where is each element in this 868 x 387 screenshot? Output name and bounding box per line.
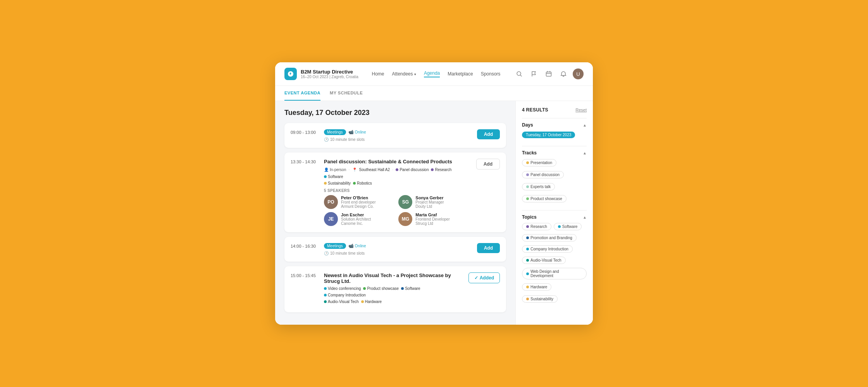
tags-row2: Meetings 📹 Online	[324, 243, 471, 249]
topics-options: Research Software Promotion and Branding	[522, 223, 587, 305]
panel-chip[interactable]: Panel discussion	[522, 171, 564, 178]
nav-marketplace[interactable]: Marketplace	[448, 71, 473, 77]
tracks-header[interactable]: Tracks ▲	[522, 150, 587, 156]
calendar-icon[interactable]	[543, 68, 554, 79]
topic-row6: Hardware Sustainability	[522, 283, 587, 305]
topic-row1: Research Software	[522, 223, 587, 233]
item-body: Meetings 📹 Online 🕐 10 minute time slots	[324, 129, 471, 142]
time-label-av: 15:00 - 15:45	[291, 272, 318, 306]
companyintro-chip-dot	[526, 248, 529, 250]
day-chip-selected[interactable]: Tuesday, 17 October 2023	[522, 132, 575, 138]
productshowcase-dot	[363, 287, 366, 290]
robotics-label: Robotics	[357, 181, 372, 185]
nav-attendees[interactable]: Attendees ▾	[392, 71, 416, 77]
webdesign-chip[interactable]: Web Design and Development	[522, 268, 587, 279]
companyintro-chip[interactable]: Company Introduction	[522, 245, 573, 253]
track-product[interactable]: Product showcase	[522, 195, 587, 205]
avatar[interactable]: U	[573, 68, 584, 79]
speaker-avatar: SG	[398, 195, 412, 209]
clock-icon: 🕐	[324, 137, 329, 142]
promotion-chip[interactable]: Promotion and Branding	[522, 234, 577, 241]
research-dot	[431, 168, 434, 171]
location-icon: 📍	[352, 168, 357, 172]
header-nav: Home Attendees ▾ Agenda Marketplace Spon…	[372, 70, 500, 77]
added-button-av[interactable]: ✓ Added	[468, 272, 500, 283]
topic-software: Software	[324, 175, 343, 179]
days-section: Days ▲ Tuesday, 17 October 2023	[522, 122, 587, 140]
hardware-chip-dot	[526, 286, 529, 288]
speaker-role: Front end developer	[341, 200, 376, 204]
reset-button[interactable]: Reset	[575, 108, 587, 112]
software2-dot	[401, 287, 404, 290]
panel-dot	[526, 173, 529, 176]
speaker-name: Sonya Gerber	[415, 195, 444, 200]
product-chip[interactable]: Product showcase	[522, 195, 567, 202]
hardware-chip[interactable]: Hardware	[522, 283, 551, 291]
topics-header[interactable]: Topics ▲	[522, 214, 587, 220]
topic-companyintro: Company Introduction	[324, 293, 366, 297]
track-experts[interactable]: Experts talk	[522, 183, 587, 193]
av-title: Newest in Audio Visual Tech - a Project …	[324, 272, 462, 284]
chevron-up-icon2: ▲	[583, 151, 587, 155]
avtech-dot	[324, 300, 327, 303]
add-button[interactable]: Add	[477, 129, 500, 139]
brand: B2M Startup Directive 16–20 Oct 2023 | Z…	[284, 68, 358, 80]
main-panel: Tuesday, 17 October 2023 09:00 - 13:00 M…	[275, 101, 515, 325]
topic-research: Research	[431, 168, 451, 172]
inperson-tag: 👤 In-person	[324, 168, 346, 172]
software-chip[interactable]: Software	[554, 223, 582, 230]
tag-meetings: Meetings	[324, 129, 346, 135]
speaker-info: Peter O'Brien Front end developer Armunt…	[341, 195, 376, 209]
robotics-dot	[353, 182, 356, 185]
time-label: 13:30 - 14:30	[291, 159, 318, 226]
flag-icon[interactable]	[529, 68, 539, 79]
speaker-company: Strucg Ltd	[415, 221, 450, 226]
videoconf-label: Video conferencing	[328, 286, 361, 291]
nav-sponsors[interactable]: Sponsors	[481, 71, 501, 77]
nav-home[interactable]: Home	[372, 71, 384, 77]
date-header: Tuesday, 17 October 2023	[284, 109, 506, 117]
sustainability-label: Sustainability	[328, 181, 351, 185]
avtech-chip[interactable]: Audio-Visual Tech	[522, 257, 566, 264]
speaker-info: Sonya Gerber Project Manager Douty Ltd	[415, 195, 444, 209]
topics-section: Topics ▲ Research Software	[522, 214, 587, 305]
speaker-company: Armunt Design Co.	[341, 204, 376, 209]
productshowcase-label: Product showcase	[367, 286, 399, 291]
videoconf-dot	[324, 287, 327, 290]
bell-icon[interactable]	[558, 68, 569, 79]
search-icon[interactable]	[514, 68, 525, 79]
tab-event-agenda[interactable]: EVENT AGENDA	[284, 86, 320, 101]
software-chip-dot	[558, 225, 561, 228]
add-button-panel[interactable]: Add	[476, 159, 500, 170]
schedule-item: 09:00 - 13:00 Meetings 📹 Online 🕐 10 min…	[284, 123, 506, 148]
topic-sustainability: Sustainability	[324, 181, 351, 185]
online-label2: Online	[355, 244, 366, 248]
nav-agenda[interactable]: Agenda	[424, 70, 440, 77]
panel-tags2: Sustainability Robotics	[324, 181, 470, 185]
research-chip[interactable]: Research	[522, 223, 551, 230]
speaker-card: SG Sonya Gerber Project Manager Douty Lt…	[398, 195, 470, 209]
speaker-card: MG Marta Graf Frontend Developer Strucg …	[398, 212, 470, 226]
track-panel[interactable]: Panel discussion	[522, 171, 587, 181]
tracks-options: Presentation Panel discussion Experts ta…	[522, 159, 587, 205]
speaker-name: Peter O'Brien	[341, 195, 376, 200]
experts-dot	[526, 185, 529, 188]
track-presentation[interactable]: Presentation	[522, 159, 587, 169]
checkmark-icon: ✓	[474, 275, 478, 281]
hardware-dot	[361, 300, 364, 303]
svg-rect-1	[546, 72, 551, 76]
presentation-chip[interactable]: Presentation	[522, 159, 556, 166]
research-label: Research	[435, 168, 451, 172]
days-header[interactable]: Days ▲	[522, 122, 587, 128]
brand-name: B2M Startup Directive	[301, 69, 358, 75]
tab-my-schedule[interactable]: MY SCHEDULE	[330, 86, 363, 101]
experts-chip[interactable]: Experts talk	[522, 183, 555, 190]
camera-icon2: 📹	[348, 243, 354, 248]
sidebar: 4 RESULTS Reset Days ▲ Tuesday, 17 Octob…	[515, 101, 593, 325]
days-label: Days	[522, 122, 533, 128]
track-label: Panel discussion	[400, 168, 429, 172]
chevron-up-icon3: ▲	[583, 215, 587, 219]
sidebar-results: 4 RESULTS Reset	[522, 107, 587, 113]
sustainability-chip[interactable]: Sustainability	[522, 295, 558, 303]
add-button-meetings2[interactable]: Add	[477, 243, 500, 253]
